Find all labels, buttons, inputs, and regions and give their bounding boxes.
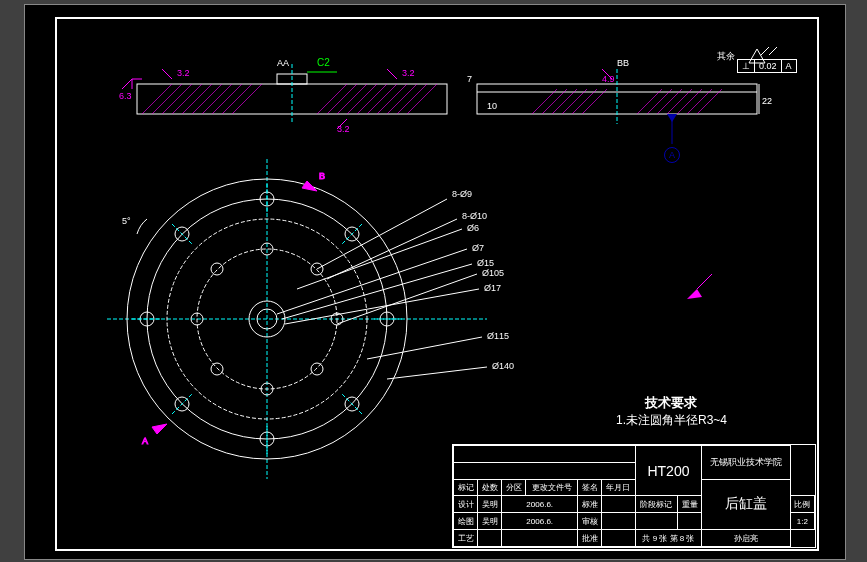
- callout-d140: Ø140: [492, 361, 514, 371]
- callout-d7: Ø7: [472, 243, 484, 253]
- dim-r-7: 7: [467, 74, 472, 84]
- cad-canvas: 其余 ⊥ 0.02 A AA C2: [24, 4, 846, 560]
- tol-value: 0.02: [755, 60, 782, 72]
- h-doc: 更改文件号: [526, 479, 578, 496]
- surface-note: 其余: [717, 51, 735, 61]
- author: 孙启亮: [702, 530, 791, 547]
- dim-left-6-3: 6.3: [119, 91, 132, 101]
- svg-line-35: [667, 89, 692, 114]
- callout-d17: Ø17: [484, 283, 501, 293]
- h-sign: 签名: [578, 479, 602, 496]
- approve-lbl: 审核: [578, 513, 602, 530]
- weight-lbl: 重量: [678, 496, 702, 513]
- svg-line-16: [347, 84, 377, 114]
- svg-line-81: [367, 337, 482, 359]
- section-label-bb: BB: [617, 58, 629, 68]
- svg-line-30: [572, 89, 597, 114]
- tech-lbl: 工艺: [454, 530, 478, 547]
- svg-line-19: [377, 84, 407, 114]
- requirements-block: 技术要求 1.未注圆角半径R3~4: [616, 394, 727, 429]
- left-section-view: AA C2: [119, 57, 447, 134]
- dim-r-10: 10: [487, 101, 497, 111]
- h-count: 处数: [478, 479, 502, 496]
- scale-lbl: 比例: [790, 496, 814, 513]
- callout-d6: Ø6: [467, 223, 479, 233]
- req-title: 技术要求: [616, 394, 727, 412]
- svg-line-32: [637, 89, 662, 114]
- svg-line-38: [697, 89, 722, 114]
- svg-line-33: [647, 89, 672, 114]
- callout-8-9: 8-Ø9: [452, 189, 472, 199]
- req-line1: 1.未注圆角半径R3~4: [616, 412, 727, 429]
- tolerance-frame: ⊥ 0.02 A: [737, 59, 797, 73]
- approve2-lbl: 批准: [578, 530, 602, 547]
- svg-line-11: [222, 84, 252, 114]
- dim-left-3-2a: 3.2: [177, 68, 190, 78]
- tol-datum: A: [782, 60, 796, 72]
- tol-symbol: ⊥: [738, 60, 755, 72]
- designer-name: 吴明: [478, 496, 502, 513]
- svg-line-10: [212, 84, 242, 114]
- section-a: A: [142, 436, 148, 446]
- angle-dim: 5°: [122, 216, 131, 226]
- svg-line-82: [387, 367, 487, 379]
- svg-line-15: [337, 84, 367, 114]
- svg-line-6: [172, 84, 202, 114]
- h-mark: 标记: [454, 479, 478, 496]
- stage-lbl: 阶段标记: [635, 496, 678, 513]
- svg-line-34: [657, 89, 682, 114]
- svg-line-4: [152, 84, 182, 114]
- drawing-frame: 其余 ⊥ 0.02 A AA C2: [55, 17, 819, 551]
- dim-r-22: 22: [762, 96, 772, 106]
- h-date: 年月日: [602, 479, 635, 496]
- callout-d115: Ø115: [487, 331, 509, 341]
- svg-point-63: [211, 363, 223, 375]
- svg-line-21: [397, 84, 427, 114]
- chamfer-c2: C2: [317, 57, 330, 68]
- material: HT200: [635, 446, 702, 496]
- svg-line-37: [687, 89, 712, 114]
- right-section-view: BB: [467, 58, 772, 144]
- scale-val: 1:2: [790, 513, 814, 530]
- svg-line-5: [162, 84, 192, 114]
- svg-line-29: [562, 89, 587, 114]
- std-lbl: 标准: [578, 496, 602, 513]
- check-name: 吴明: [478, 513, 502, 530]
- sheet-info: 共 9 张 第 8 张: [635, 530, 702, 547]
- svg-line-13: [317, 84, 347, 114]
- svg-line-75: [327, 219, 457, 279]
- h-zone: 分区: [502, 479, 526, 496]
- title-block: HT200 无锡职业技术学院 标记 处数 分区 更改文件号 签名 年月日 后缸盖…: [452, 444, 816, 548]
- svg-line-18: [367, 84, 397, 114]
- dim-bot-3-2: 3.2: [337, 124, 350, 134]
- svg-line-28: [552, 89, 577, 114]
- svg-line-26: [532, 89, 557, 114]
- svg-line-83: [697, 274, 712, 289]
- section-label-aa: AA: [277, 58, 289, 68]
- svg-line-27: [542, 89, 567, 114]
- svg-line-17: [357, 84, 387, 114]
- svg-point-61: [311, 363, 323, 375]
- svg-line-8: [192, 84, 222, 114]
- datum-a: A: [664, 147, 680, 163]
- designer-lbl: 设计: [454, 496, 478, 513]
- svg-line-20: [387, 84, 417, 114]
- plan-view: 8-Ø9 8-Ø10 Ø6 Ø7 Ø15 Ø105 Ø17 Ø115 Ø140 …: [107, 159, 514, 479]
- callout-8-10: 8-Ø10: [462, 211, 487, 221]
- svg-line-14: [327, 84, 357, 114]
- svg-line-36: [677, 89, 702, 114]
- svg-line-22: [407, 84, 437, 114]
- svg-line-7: [182, 84, 212, 114]
- callout-d15: Ø15: [477, 258, 494, 268]
- svg-line-3: [142, 84, 172, 114]
- check-lbl: 绘图: [454, 513, 478, 530]
- callout-d105: Ø105: [482, 268, 504, 278]
- school: 无锡职业技术学院: [702, 446, 791, 480]
- part-name: 后缸盖: [702, 479, 791, 529]
- dim-left-3-2b: 3.2: [402, 68, 415, 78]
- svg-line-12: [232, 84, 262, 114]
- svg-point-65: [211, 263, 223, 275]
- designer-date: 2006.6.: [502, 496, 578, 513]
- check-date: 2006.6.: [502, 513, 578, 530]
- section-b: B: [319, 171, 325, 181]
